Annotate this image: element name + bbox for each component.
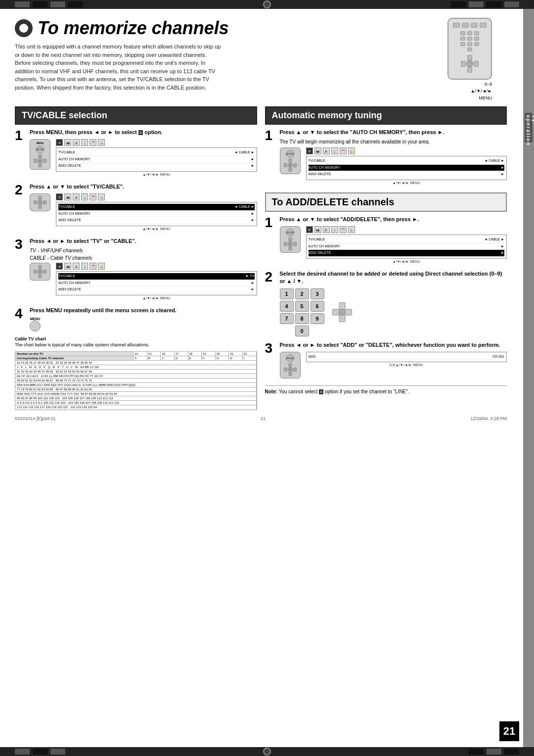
menu-screen-3: ⚙ 📺 🔊 📡 ⏰ 🔒 TV/CABLE ► TV <box>30 263 257 300</box>
note-text: You cannot select <box>279 389 319 394</box>
number-grid: 1 2 3 4 5 6 7 8 9 0 <box>280 288 324 336</box>
step-3-sub2: CABLE - Cable TV channels <box>30 255 257 261</box>
menu-icons-row-auto: ⚙ 📺 🔊 📡 ⏰ 🔒 <box>306 147 507 154</box>
footer-left: 5S20101A [E]p18-21 <box>15 416 56 421</box>
add-step-1-number: 1 <box>265 216 275 230</box>
dpad-step2 <box>332 302 352 322</box>
remote-num-btn <box>467 42 472 46</box>
mr-dpad-3 <box>34 265 46 278</box>
icon-box: ⚙ <box>306 147 313 154</box>
mr-dpad-right <box>293 242 297 246</box>
bottom-bar-block <box>50 749 65 755</box>
icon-box: ⚙ <box>306 226 313 233</box>
menu-row-auto: AUTO CH MEMORY ► <box>58 156 255 163</box>
menu-label-step4: MENU <box>30 317 41 331</box>
cable-chart-section: Cable TV chart The chart below is typica… <box>15 336 257 410</box>
bottom-bar-block <box>487 749 501 755</box>
icon-box: 📡 <box>81 139 88 146</box>
auto-memory-section: Automatic memory tuning 1 Press ▲ or ▼ t… <box>265 106 507 187</box>
num-btn-9[interactable]: 9 <box>311 313 324 324</box>
mr-dpad-right <box>293 368 297 372</box>
bottom-bar-circle <box>263 748 271 756</box>
step-4-number: 4 <box>15 307 25 321</box>
mr-dpad-2 <box>34 196 46 209</box>
add-delete-section: To ADD/DELETE channels 1 Press ▲ or ▼ to… <box>265 192 507 394</box>
remote-num-btn <box>467 37 472 41</box>
remote-num-btn <box>474 42 479 46</box>
step-3-number: 3 <box>15 237 25 251</box>
right-sidebar: TV operation <box>523 9 534 747</box>
intro-text: This unit is equipped with a channel mem… <box>15 43 222 92</box>
menu-display-auto: ⚙ 📺 🔊 📡 ⏰ 🔒 TV/CABLE <box>306 147 507 185</box>
top-bar-block <box>504 1 519 7</box>
menu-button-step4 <box>30 321 41 331</box>
menu-remote-body: MENU ENTER <box>30 139 50 170</box>
menu-row-add-2: ADD/ DELETE ► <box>58 217 255 224</box>
menu-remote-3 <box>30 263 52 281</box>
cable-chart-cell: I <box>242 356 256 361</box>
mr-dpad-left <box>284 242 287 246</box>
remote-dpad-right <box>474 61 479 67</box>
menu-remote-add: ENTER <box>280 226 302 253</box>
bottom-bar-block <box>469 749 484 755</box>
icon-box: 📺 <box>64 263 71 270</box>
menu-display-screen-3: TV/CABLE ► TV AUTO CH MEMORY ► ADD/ DELE… <box>56 271 257 295</box>
cable-chart-cell: 14 <box>134 352 147 356</box>
num-btn-4[interactable]: 4 <box>280 301 294 312</box>
cable-chart-row: 23 24 25 26 27 28 29 30 31 32 33 34 35 3… <box>15 361 256 365</box>
icon-box: 📺 <box>314 147 321 154</box>
remote-icon-btn <box>453 23 460 28</box>
right-col: Automatic memory tuning 1 Press ▲ or ▼ t… <box>265 106 507 410</box>
add-step-1-content: Press ▲ or ▼ to select "ADD/DELETE", the… <box>280 216 507 265</box>
num-btn-3[interactable]: 3 <box>311 288 324 299</box>
cable-chart-cell: C <box>161 356 175 361</box>
mr-dpad-center <box>38 158 43 163</box>
cable-chart-desc: The chart below is typical of many cable… <box>15 342 257 347</box>
step-3-sub1: TV - VHF/UHF channels <box>30 248 257 253</box>
num-btn-0[interactable]: 0 <box>295 326 309 336</box>
add-step-2-number: 2 <box>265 270 275 284</box>
mr-dpad-right <box>43 159 46 163</box>
auto-step-1-content: Press ▲ or ▼ to select the "AUTO CH MEMO… <box>280 129 507 187</box>
menu-icons-row-2: ⚙ 📺 🔊 📡 ⏰ 🔒 <box>56 193 257 200</box>
menu-row-add-auto: ADD/ DELETE ► <box>309 171 505 178</box>
cable-chart-cell: 15 <box>147 352 161 356</box>
top-bar-block <box>15 1 30 7</box>
auto-step-1-text: Press ▲ or ▼ to select the "AUTO CH MEMO… <box>280 129 507 136</box>
enter-btn-auto: ENTER <box>286 150 294 158</box>
mr-dpad-up <box>39 265 42 269</box>
menu-nav-3: ▲/▼/◄/► MENU <box>56 296 257 300</box>
cable-chart-header: Number on this TV <box>15 352 134 356</box>
remote-menu-label: MENU <box>447 95 492 100</box>
icon-box: 🔒 <box>98 263 105 270</box>
top-bar-block <box>487 1 501 7</box>
num-btn-6[interactable]: 6 <box>311 301 324 312</box>
num-btn-5[interactable]: 5 <box>295 301 309 312</box>
add-step-2-content: Select the desired channel to be added o… <box>280 270 507 336</box>
menu-row-auto-add: AUTO CH MEMORY ► <box>309 243 505 250</box>
add-step-2-text: Select the desired channel to be added o… <box>280 270 507 285</box>
icon-box: 📺 <box>64 139 71 146</box>
icon-box: 🔒 <box>348 147 355 154</box>
menu-nav-add: ▲/▼/◄/► MENU <box>306 260 507 263</box>
num-btn-1[interactable]: 1 <box>280 288 294 299</box>
num-btn-8[interactable]: 8 <box>295 313 309 324</box>
num-btn-7[interactable]: 7 <box>280 313 294 324</box>
menu-remote-body-add2: ENTER <box>280 352 301 378</box>
tv-cable-section: TV/CABLE selection 1 Press MENU, then pr… <box>15 106 257 410</box>
menu-display-add2: ADD CH 001 0-9/▲/▼/◄/► MENU <box>306 352 507 367</box>
step-2: 2 Press ▲ or ▼ to select "TV/CABLE". <box>15 183 257 233</box>
cable-chart-row: 59 60 61 62 63 64 65 66 67 68 69 70 71 7… <box>15 378 256 383</box>
bottom-bar-block <box>33 749 47 755</box>
remote-icon-btn <box>471 23 478 28</box>
icon-box: 📺 <box>314 226 321 233</box>
menu-remote-body-3 <box>30 263 50 281</box>
cable-chart-cell: 17 <box>174 352 188 356</box>
cable-chart-cell: 19 <box>202 352 216 356</box>
icon-box: 🔊 <box>73 193 80 200</box>
remote-num-btn <box>467 31 472 35</box>
num-btn-2[interactable]: 2 <box>295 288 309 299</box>
menu-remote-1: MENU ENTER <box>30 139 52 170</box>
menu-text: MENU <box>37 142 44 144</box>
bottom-bar-block <box>504 749 519 755</box>
